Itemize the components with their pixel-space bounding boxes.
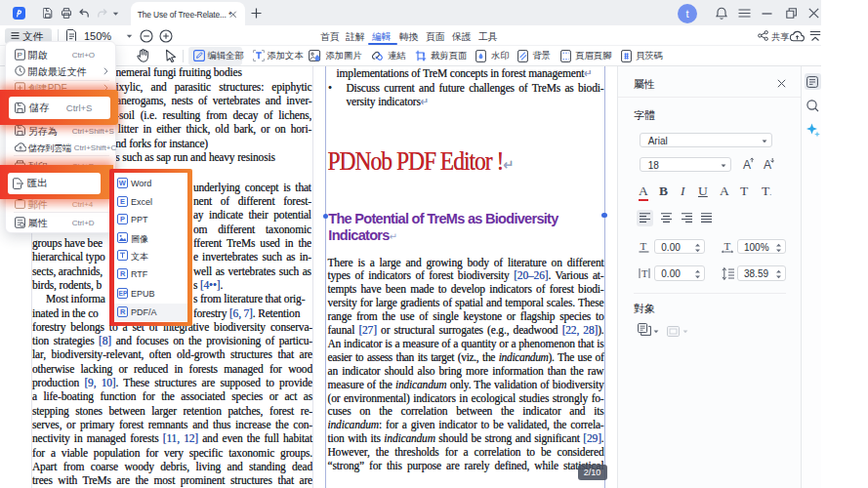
svg-text:P: P: [120, 215, 125, 224]
svg-text:T: T: [640, 241, 646, 252]
svg-text:R: R: [120, 307, 126, 316]
svg-text:P: P: [17, 51, 21, 60]
svg-text:EP: EP: [119, 290, 128, 297]
svg-text:A: A: [764, 158, 771, 172]
svg-text:t: t: [685, 8, 688, 20]
svg-text:R: R: [120, 269, 126, 278]
svg-text:A: A: [743, 158, 751, 172]
svg-text:T: T: [724, 241, 731, 252]
svg-text:W: W: [119, 179, 127, 187]
svg-text:T: T: [641, 268, 648, 279]
svg-text:E: E: [120, 197, 125, 206]
